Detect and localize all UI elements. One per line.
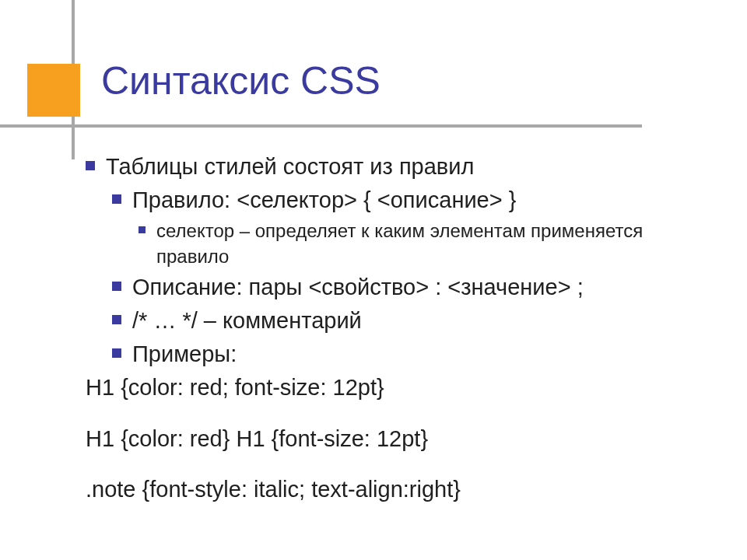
body-line-rule: Правило: <селектор> { <описание> } <box>112 185 716 215</box>
selector-text: селектор – определяет к каким элементам … <box>156 219 716 269</box>
body-line-examples-label: Примеры: <box>112 339 716 369</box>
example-3: .note {font-style: italic; text-align:ri… <box>86 474 716 505</box>
bullet-icon <box>112 194 121 204</box>
body-line-intro: Таблицы стилей состоят из правил <box>86 152 716 182</box>
slide-title: Синтаксис CSS <box>101 58 381 103</box>
slide-body: Таблицы стилей состоят из правил Правило… <box>86 152 716 505</box>
deco-square <box>27 64 80 117</box>
description-text: Описание: пары <свойство> : <значение> ; <box>132 272 584 303</box>
example-2: H1 {color: red} H1 {font-size: 12pt} <box>86 424 716 454</box>
bullet-icon <box>112 348 121 358</box>
deco-line-horizontal <box>0 124 642 128</box>
example-1: H1 {color: red; font-size: 12pt} <box>86 373 716 403</box>
slide: Синтаксис CSS Таблицы стилей состоят из … <box>0 0 747 560</box>
body-line-selector: селектор – определяет к каким элементам … <box>139 219 716 269</box>
intro-text: Таблицы стилей состоят из правил <box>106 152 474 182</box>
body-line-comment: /* … */ – комментарий <box>112 306 716 336</box>
bullet-icon <box>139 226 146 233</box>
bullet-icon <box>112 315 121 324</box>
bullet-icon <box>86 161 95 170</box>
body-line-description: Описание: пары <свойство> : <значение> ; <box>112 272 716 303</box>
bullet-icon <box>112 282 121 291</box>
examples-label-text: Примеры: <box>132 339 237 369</box>
rule-text: Правило: <селектор> { <описание> } <box>132 185 516 215</box>
comment-text: /* … */ – комментарий <box>132 306 362 336</box>
